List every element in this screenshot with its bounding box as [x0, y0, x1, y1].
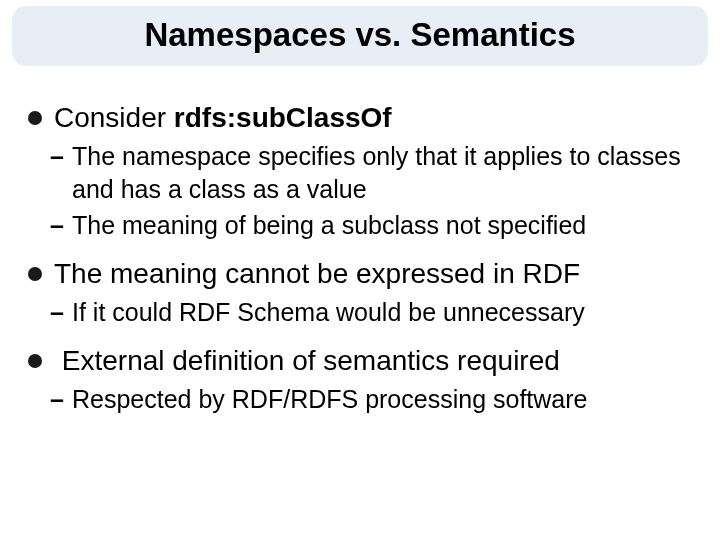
- sub-bullet-text: If it could RDF Schema would be unnecess…: [72, 298, 585, 326]
- sub-bullet-text: The meaning of being a subclass not spec…: [72, 211, 586, 239]
- slide: Namespaces vs. Semantics Consider rdfs:s…: [0, 0, 720, 540]
- bullet-bold: rdfs:subClassOf: [174, 102, 392, 133]
- bullet-level1: External definition of semantics require…: [28, 343, 700, 379]
- bullet-dot-icon: [28, 111, 42, 125]
- dash-icon: –: [50, 383, 64, 416]
- bullet-level2: – Respected by RDF/RDFS processing softw…: [28, 383, 700, 416]
- bullet-level1: Consider rdfs:subClassOf: [28, 100, 700, 136]
- bullet-level1: The meaning cannot be expressed in RDF: [28, 256, 700, 292]
- bullet-group: External definition of semantics require…: [28, 343, 700, 416]
- dash-icon: –: [50, 296, 64, 329]
- slide-title: Namespaces vs. Semantics: [144, 16, 575, 53]
- dash-icon: –: [50, 209, 64, 242]
- sub-bullet-text: The namespace specifies only that it app…: [72, 142, 681, 203]
- bullet-text: Consider: [54, 102, 174, 133]
- bullet-dot-icon: [28, 354, 42, 368]
- dash-icon: –: [50, 140, 64, 173]
- bullet-dot-icon: [28, 267, 42, 281]
- bullet-group: The meaning cannot be expressed in RDF –…: [28, 256, 700, 329]
- bullet-level2: – If it could RDF Schema would be unnece…: [28, 296, 700, 329]
- sub-bullet-text: Respected by RDF/RDFS processing softwar…: [72, 385, 587, 413]
- bullet-level2: – The meaning of being a subclass not sp…: [28, 209, 700, 242]
- slide-body: Consider rdfs:subClassOf – The namespace…: [28, 86, 700, 428]
- bullet-group: Consider rdfs:subClassOf – The namespace…: [28, 100, 700, 242]
- bullet-text: The meaning cannot be expressed in RDF: [54, 258, 580, 289]
- bullet-level2: – The namespace specifies only that it a…: [28, 140, 700, 205]
- bullet-text: External definition of semantics require…: [54, 345, 560, 376]
- title-band: Namespaces vs. Semantics: [12, 6, 708, 66]
